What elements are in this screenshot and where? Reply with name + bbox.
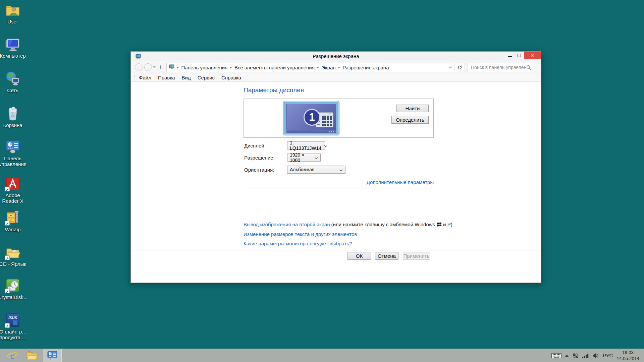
minimize-icon <box>508 56 512 57</box>
address-bar: ← → ↑ ▸ Панель управления ▸ Все элементы… <box>131 61 541 74</box>
desktop-icon-network[interactable]: Сеть <box>0 71 28 94</box>
breadcrumb[interactable]: ▸ Панель управления ▸ Все элементы панел… <box>166 63 465 72</box>
project-hint-text: (или нажмите клавишу с эмблемой Windows <box>331 222 435 227</box>
resolution-select[interactable]: 644 × 362 <box>287 154 321 162</box>
orientation-select[interactable]: Альбомная <box>287 166 345 174</box>
taskbar-internet-explorer-button[interactable]: e <box>3 349 22 362</box>
refresh-button[interactable] <box>454 63 465 72</box>
close-icon <box>531 53 534 57</box>
desktop-icon-label: CrystalDisk... <box>0 295 28 300</box>
project-second-screen-link[interactable]: Вывод изображения на второй экран <box>244 222 330 227</box>
desktop-icon-winzip[interactable]: WinZip <box>0 210 28 233</box>
maximize-button[interactable] <box>515 52 524 59</box>
desktop-icon-recycle-bin[interactable]: Корзина <box>0 106 28 128</box>
chevron-down-icon <box>312 155 318 160</box>
menu-file[interactable]: Файл <box>136 74 154 81</box>
minimize-button[interactable] <box>505 52 515 59</box>
display-number-badge: 1 <box>304 109 320 126</box>
desktop-background: User Компьютер Сеть Корзина Панель управ… <box>0 0 644 362</box>
project-hint-text-end: и P) <box>443 222 452 227</box>
breadcrumb-separator-icon: ▸ <box>317 66 319 69</box>
search-input[interactable] <box>468 63 526 72</box>
file-explorer-icon <box>26 351 37 360</box>
identify-button[interactable]: Определить <box>391 116 429 124</box>
desktop-icon-computer[interactable]: Компьютер <box>0 36 28 59</box>
window-title: Разрешение экрана <box>131 53 541 59</box>
language-indicator[interactable]: РУС <box>603 353 613 358</box>
recent-pages-chevron-icon[interactable] <box>153 66 156 68</box>
clock[interactable]: 19:03 14.05.2014 <box>616 350 639 361</box>
shortcut-arrow-icon <box>5 255 10 260</box>
shortcut-arrow-icon <box>5 187 10 191</box>
monitor-bottom-strip <box>286 130 336 133</box>
breadcrumb-separator-icon: ▸ <box>230 66 232 69</box>
search-icon[interactable] <box>526 65 531 71</box>
menu-help[interactable]: Справка <box>218 74 244 81</box>
svg-text:/SUS: /SUS <box>8 316 17 320</box>
title-bar: Разрешение экрана <box>131 52 541 61</box>
adobe-reader-icon <box>5 176 21 192</box>
resolution-field-label: Разрешение: <box>244 155 275 161</box>
resolution-select-value: 644 × 362 <box>290 152 312 163</box>
close-button[interactable] <box>524 52 541 59</box>
taskbar-screen-resolution-button[interactable] <box>43 349 62 362</box>
window-content: Параметры дисплея 1 Найти Определить Дис… <box>131 82 541 283</box>
clock-date: 14.05.2014 <box>616 356 639 362</box>
desktop-icon-label: User <box>0 19 28 25</box>
network-signal-icon[interactable] <box>582 353 589 358</box>
desktop-icon-cd-shortcut[interactable]: CD - Ярлык <box>0 244 28 267</box>
control-panel-icon <box>5 139 21 155</box>
control-panel-window-icon <box>47 351 58 361</box>
desktop-icon-label: Панель управления <box>0 156 28 167</box>
find-button[interactable]: Найти <box>396 105 429 112</box>
winzip-icon <box>5 210 21 226</box>
desktop-icon-control-panel[interactable]: Панель управления <box>0 139 28 167</box>
touch-keyboard-icon[interactable] <box>551 352 561 359</box>
section-divider <box>244 188 434 188</box>
breadcrumb-separator-icon: ▸ <box>338 66 340 69</box>
menu-tools[interactable]: Сервис <box>195 74 218 81</box>
windows-logo-icon <box>437 223 441 227</box>
maximize-icon <box>518 54 521 57</box>
asus-icon: /SUS <box>5 312 21 328</box>
monitor-preview[interactable]: 1 <box>283 101 339 135</box>
text-size-link[interactable]: Изменение размеров текста и других элеме… <box>244 231 357 237</box>
desktop-icon-label: Adobe Reader X <box>0 193 28 204</box>
breadcrumb-item-display[interactable]: Экран <box>321 65 335 70</box>
cd-shortcut-icon <box>5 244 21 260</box>
display-preview-panel: 1 Найти Определить <box>244 99 434 138</box>
breadcrumb-item-screen-resolution[interactable]: Разрешение экрана <box>342 65 389 70</box>
computer-icon <box>5 36 21 52</box>
monitor-settings-help-link[interactable]: Какие параметры монитора следует выбрать… <box>244 241 352 246</box>
desktop-icon-label: Компьютер <box>0 53 28 59</box>
desktop-icon-crystaldisk[interactable]: CrystalDisk... <box>0 278 28 300</box>
taskbar-file-explorer-button[interactable] <box>22 349 42 362</box>
desktop-icon-asus-online[interactable]: /SUS Онлайн-р... продукта ... <box>0 312 28 341</box>
cancel-button[interactable]: Отмена <box>375 252 398 260</box>
forward-button[interactable]: → <box>144 63 152 71</box>
taskbar: e РУС 19:03 14.05.2014 <box>0 349 644 362</box>
breadcrumb-item-all-items[interactable]: Все элементы панели управления <box>234 65 315 70</box>
show-hidden-icons-button[interactable] <box>565 355 569 357</box>
up-button[interactable]: ↑ <box>159 64 162 70</box>
menu-view[interactable]: Вид <box>179 74 194 81</box>
toolbar-grip[interactable] <box>135 75 135 80</box>
search-box <box>468 63 534 72</box>
menu-edit[interactable]: Правка <box>155 74 178 81</box>
ok-button[interactable]: ОК <box>347 252 371 260</box>
orientation-select-value: Альбомная <box>290 167 314 172</box>
advanced-settings-link[interactable]: Дополнительные параметры <box>244 179 434 185</box>
system-tray: РУС 19:03 14.05.2014 <box>551 349 644 362</box>
display-select[interactable]: 1. LQ133T1JW14 <box>287 141 325 149</box>
breadcrumb-item-control-panel[interactable]: Панель управления <box>181 65 228 70</box>
desktop-icon-label: Сеть <box>0 88 28 94</box>
back-button[interactable]: ← <box>135 63 143 71</box>
desktop-icon-user[interactable]: User <box>0 2 28 25</box>
crystaldisk-icon <box>5 278 21 294</box>
power-status-icon[interactable] <box>572 353 578 359</box>
desktop-icon-adobe-reader[interactable]: Adobe Reader X <box>0 176 28 204</box>
volume-icon[interactable] <box>592 353 599 358</box>
menu-bar: Файл Правка Вид Сервис Справка <box>131 74 541 82</box>
display-select-value: 1. LQ133T1JW14 <box>290 140 321 151</box>
address-dropdown-button[interactable] <box>446 63 454 72</box>
